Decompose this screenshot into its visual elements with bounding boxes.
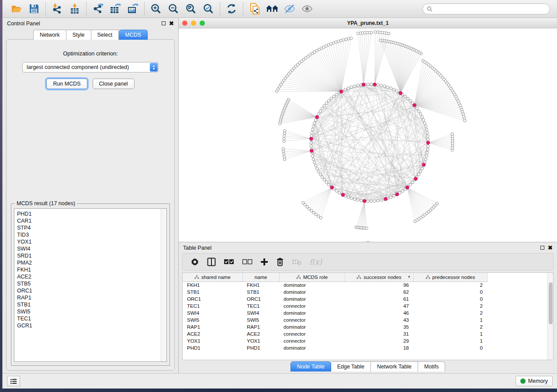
table-cell[interactable]: 96 [345,282,413,289]
network-view-titlebar[interactable]: YPA_prune.txt_1 [179,18,557,28]
table-cell[interactable]: 2 [413,309,487,316]
table-cell[interactable]: 2 [413,303,487,309]
run-mcds-button[interactable]: Run MCDS [46,79,87,89]
table-cell[interactable]: 18 [345,344,413,351]
mcds-result-item[interactable]: TEC1 [17,315,158,322]
window-minimize-icon[interactable] [191,21,196,26]
table-cell[interactable]: SWI4 [183,309,242,316]
column-header[interactable]: successor nodes▼ [345,273,413,282]
network-canvas[interactable] [179,28,557,242]
table-cell[interactable]: ORC1 [183,296,242,303]
table-cell[interactable]: STB1 [183,289,242,296]
table-cell[interactable]: YOX1 [183,337,242,344]
zoom-out-icon[interactable] [166,2,181,16]
table-row[interactable]: TEC1TEC1connector472 [183,303,487,309]
float-table-panel-icon[interactable] [540,246,544,250]
refresh-icon[interactable] [224,2,239,16]
show-all-icon[interactable] [299,2,315,16]
table-cell[interactable]: STB1 [242,289,279,296]
table-row[interactable]: RAP1RAP1dominator352 [183,323,487,330]
dominator-node[interactable] [339,90,343,93]
window-close-icon[interactable] [182,21,187,26]
table-row[interactable]: SWI5SWI5connector431 [183,316,487,323]
table-cell[interactable]: dominator [279,309,345,316]
table-cell[interactable]: TEC1 [242,303,279,309]
table-cell[interactable]: PHD1 [242,344,279,351]
memory-button[interactable]: Memory [515,376,553,386]
table-cell[interactable]: connector [279,303,345,309]
table-row[interactable]: YOX1YOX1connector291 [183,337,487,344]
table-cell[interactable]: 0 [413,289,487,296]
dominator-node[interactable] [310,149,314,153]
table-cell[interactable]: 0 [413,344,487,351]
dominator-node[interactable] [413,103,416,107]
export-table-icon[interactable] [107,2,123,16]
close-table-panel-icon[interactable]: ✖ [548,246,553,250]
sort-chevron-icon[interactable]: ▼ [408,275,411,279]
table-cell[interactable]: 61 [345,296,413,303]
table-cell[interactable]: 1 [413,316,487,323]
table-scrollbar[interactable] [547,273,553,360]
mcds-result-item[interactable]: RAP1 [17,294,158,301]
table-cell[interactable]: dominator [279,296,345,303]
mcds-result-item[interactable]: STB5 [17,280,158,287]
mcds-result-item[interactable]: TID3 [17,231,158,238]
table-cell[interactable]: RAP1 [242,323,279,330]
mcds-result-item[interactable]: SWI4 [17,245,158,252]
table-cell[interactable]: connector [279,316,345,323]
table-cell[interactable]: 29 [345,337,413,344]
save-session-icon[interactable] [26,2,42,16]
table-cell[interactable]: 43 [345,316,413,323]
dominator-node[interactable] [395,193,399,196]
table-cell[interactable]: dominator [279,323,345,330]
zoom-fit-icon[interactable] [183,2,199,16]
column-header[interactable]: predecessor nodes [413,273,487,282]
mcds-result-item[interactable]: FKH1 [17,266,158,273]
table-cell[interactable]: PHD1 [183,344,242,351]
dominator-node[interactable] [310,137,313,141]
mcds-result-item[interactable]: GCR1 [17,322,158,329]
table-cell[interactable]: SWI5 [242,316,279,323]
mcds-result-item[interactable]: CAR1 [17,217,158,224]
mcds-result-list[interactable]: PHD1CAR1STP4TID3YOX1SWI4SRD1PMA2FKH1ACE2… [14,208,167,362]
mcds-result-item[interactable]: PMA2 [17,259,158,266]
float-panel-icon[interactable] [162,21,166,25]
table-cell[interactable]: 35 [345,323,413,330]
dominator-node[interactable] [414,177,418,181]
node-table[interactable]: shared namenameMCDS rolesuccessor nodes▼… [182,272,554,360]
column-header[interactable]: name [242,273,279,282]
table-row[interactable]: STB1STB1dominator620 [183,289,487,296]
dominator-node[interactable] [341,193,345,197]
dominator-node[interactable] [373,83,377,86]
table-cell[interactable]: ACE2 [242,330,279,337]
zoom-selected-icon[interactable] [201,2,216,16]
table-cell[interactable]: 1 [413,330,487,337]
table-cell[interactable]: SWI5 [183,316,242,323]
tab-mcds[interactable]: MCDS [119,30,148,40]
tab-network-table[interactable]: Network Table [371,361,418,371]
copy-network-icon[interactable] [247,2,263,16]
mcds-list-scrollbar[interactable] [161,209,166,361]
table-row[interactable]: PHD1PHD1dominator180 [183,344,487,351]
first-neighbors-icon[interactable] [264,2,280,16]
search-input[interactable] [435,6,546,12]
dominator-node[interactable] [330,186,334,189]
network-graph[interactable] [179,28,557,242]
dominator-node[interactable] [405,186,409,189]
tab-network[interactable]: Network [33,30,66,40]
mcds-result-item[interactable]: ORC1 [17,287,158,294]
mcds-result-item[interactable]: YOX1 [17,238,158,245]
table-cell[interactable]: YOX1 [242,337,279,344]
export-network-icon[interactable] [90,2,106,16]
table-cell[interactable]: FKH1 [183,282,242,289]
table-cell[interactable]: dominator [279,344,345,351]
table-row[interactable]: SWI4SWI4dominator462 [183,309,487,316]
hide-selected-icon[interactable] [282,2,298,16]
tab-node-table[interactable]: Node Table [291,361,331,371]
dominator-node[interactable] [426,141,430,144]
table-cell[interactable]: 46 [345,309,413,316]
import-table-icon[interactable] [67,2,83,16]
delete-rows-trash-icon[interactable] [276,258,284,266]
mcds-result-item[interactable]: STP4 [17,224,158,231]
search-field[interactable] [422,3,550,14]
